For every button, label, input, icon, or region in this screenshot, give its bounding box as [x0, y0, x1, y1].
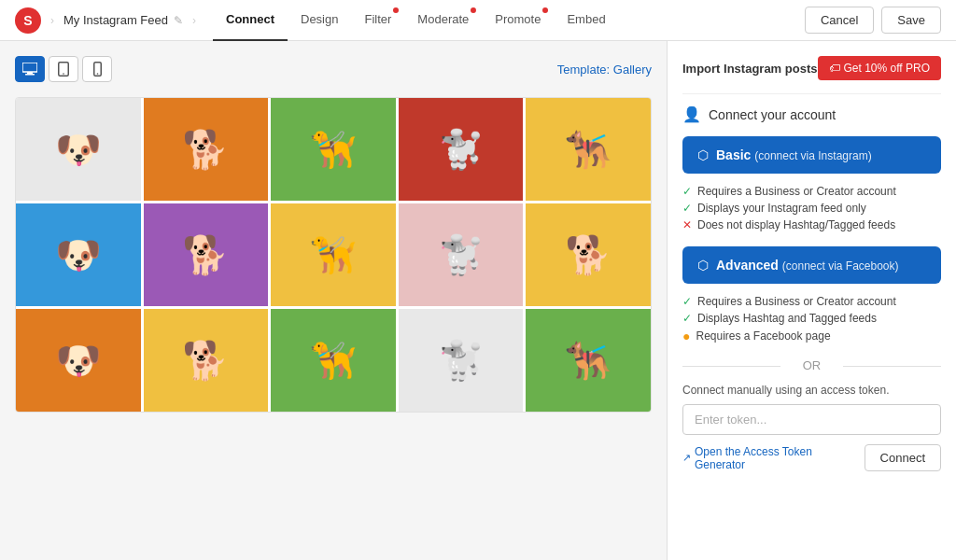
connect-account-label: 👤 Connect your account	[682, 105, 941, 123]
template-value[interactable]: Gallery	[613, 63, 652, 77]
photo-cell-5: 🐕‍🦺	[526, 98, 651, 201]
photo-grid: 🐶 🐕 🦮 🐩 🐕‍🦺 🐶 🐕 🦮 🐩 🐕 🐶 🐕 🦮 🐩 🐕‍🦺	[15, 97, 652, 413]
divider-1	[682, 93, 941, 94]
promo-icon: 🏷	[829, 62, 840, 75]
photo-cell-2: 🐕	[144, 98, 269, 201]
token-row: ↗ Open the Access Token Generator Connec…	[682, 444, 941, 471]
tab-connect[interactable]: Connect	[213, 0, 288, 41]
tab-filter[interactable]: Filter	[351, 0, 404, 41]
photo-cell-10: 🐕	[526, 203, 651, 306]
token-input[interactable]	[682, 404, 941, 435]
connect-token-button[interactable]: Connect	[865, 444, 941, 471]
filter-dot	[393, 7, 399, 13]
nav-actions: Cancel Save	[805, 7, 941, 34]
advanced-connect-button[interactable]: ⬡ Advanced (connect via Facebook)	[682, 246, 941, 284]
svg-rect-2	[25, 74, 35, 76]
cross-icon-1: ✕	[682, 218, 692, 231]
template-label: Template: Gallery	[557, 63, 652, 77]
svg-rect-0	[22, 63, 37, 72]
moderate-dot	[471, 7, 476, 13]
basic-connect-icon: ⬡	[697, 147, 709, 162]
check-icon-2: ✓	[682, 202, 692, 215]
svg-point-4	[63, 73, 64, 75]
photo-cell-3: 🦮	[271, 98, 396, 201]
left-panel: Template: Gallery 🐶 🐕 🦮 🐩 🐕‍🦺 🐶 🐕 🦮 🐩 🐕 …	[0, 41, 667, 560]
view-toggle: Template: Gallery	[15, 56, 652, 82]
nav-tabs: Connect Design Filter Moderate Promote E…	[213, 0, 619, 41]
basic-feature-2: ✓ Displays your Instagram feed only	[682, 200, 941, 217]
or-divider: OR	[682, 358, 941, 372]
tab-moderate[interactable]: Moderate	[404, 0, 482, 41]
breadcrumb-chevron-2: ›	[190, 14, 198, 27]
advanced-connect-icon: ⬡	[697, 258, 709, 273]
photo-cell-9: 🐩	[399, 203, 524, 306]
photo-cell-14: 🐩	[399, 309, 524, 412]
photo-cell-12: 🐕	[144, 309, 269, 412]
basic-connect-button[interactable]: ⬡ Basic (connect via Instagram)	[682, 136, 941, 174]
breadcrumb-chevron-1: ›	[49, 14, 56, 27]
promote-dot	[542, 7, 548, 13]
main-layout: Template: Gallery 🐶 🐕 🦮 🐩 🐕‍🦺 🐶 🐕 🦮 🐩 🐕 …	[0, 41, 956, 560]
tab-embed[interactable]: Embed	[554, 0, 618, 41]
svg-rect-1	[27, 72, 33, 74]
mobile-view-button[interactable]	[82, 56, 112, 82]
basic-connect-label: Basic (connect via Instagram)	[716, 147, 872, 162]
check-icon-1: ✓	[682, 185, 692, 198]
basic-features-list: ✓ Requires a Business or Creator account…	[682, 183, 941, 233]
photo-cell-11: 🐶	[16, 309, 141, 412]
photo-cell-1: 🐶	[16, 98, 141, 201]
tablet-view-button[interactable]	[49, 56, 78, 82]
app-logo: S	[15, 7, 41, 34]
user-icon: 👤	[682, 105, 701, 123]
dot-icon-1: ●	[682, 329, 690, 343]
manual-connect-label: Connect manually using an access token.	[682, 384, 941, 397]
edit-feed-title-icon[interactable]: ✎	[174, 14, 183, 27]
connect-account-section: 👤 Connect your account ⬡ Basic (connect …	[682, 105, 941, 471]
photo-cell-8: 🦮	[271, 203, 396, 306]
photo-cell-7: 🐕	[144, 203, 269, 306]
check-icon-4: ✓	[682, 312, 692, 325]
check-icon-3: ✓	[682, 295, 692, 308]
photo-cell-6: 🐶	[16, 203, 141, 306]
tab-design[interactable]: Design	[288, 0, 351, 41]
photo-cell-4: 🐩	[399, 98, 524, 201]
tab-promote[interactable]: Promote	[482, 0, 554, 41]
advanced-feature-1: ✓ Requires a Business or Creator account	[682, 293, 941, 310]
right-panel: Import Instagram posts 🏷 Get 10% off PRO…	[667, 41, 956, 560]
advanced-connect-label: Advanced (connect via Facebook)	[716, 258, 899, 273]
svg-point-6	[96, 73, 98, 75]
external-link-icon: ↗	[682, 452, 691, 464]
cancel-button[interactable]: Cancel	[805, 7, 874, 34]
advanced-feature-2: ✓ Displays Hashtag and Tagged feeds	[682, 310, 941, 327]
desktop-view-button[interactable]	[15, 56, 45, 82]
top-navigation: S › My Instagram Feed ✎ › Connect Design…	[0, 0, 956, 41]
feed-title: My Instagram Feed ✎	[63, 13, 183, 27]
save-button[interactable]: Save	[881, 7, 941, 34]
import-title: Import Instagram posts	[682, 62, 817, 76]
promo-button[interactable]: 🏷 Get 10% off PRO	[818, 56, 942, 80]
advanced-features-list: ✓ Requires a Business or Creator account…	[682, 293, 941, 345]
advanced-feature-3: ● Requires a Facebook page	[682, 327, 941, 345]
right-panel-header: Import Instagram posts 🏷 Get 10% off PRO	[682, 56, 941, 80]
photo-cell-13: 🦮	[271, 309, 396, 412]
token-generator-link[interactable]: ↗ Open the Access Token Generator	[682, 445, 865, 471]
photo-cell-15: 🐕‍🦺	[526, 309, 651, 412]
basic-feature-1: ✓ Requires a Business or Creator account	[682, 183, 941, 200]
basic-feature-3: ✕ Does not display Hashtag/Tagged feeds	[682, 217, 941, 233]
